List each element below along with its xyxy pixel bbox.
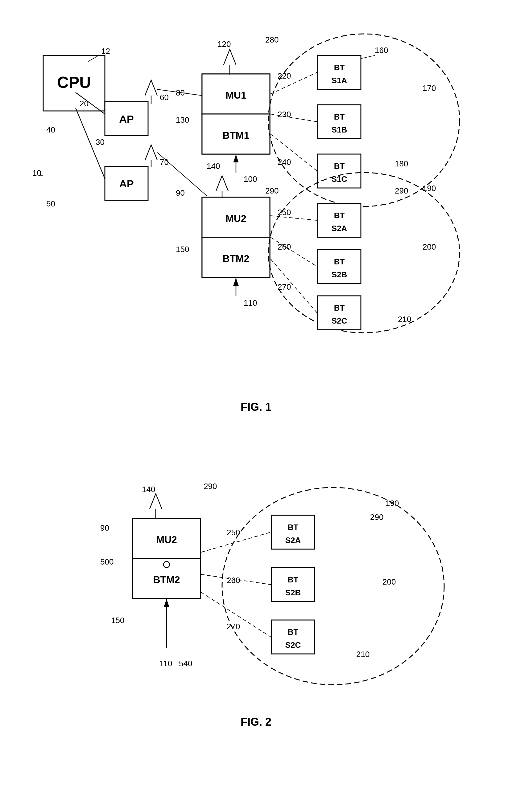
svg-text:140: 140 bbox=[142, 485, 155, 494]
svg-line-74 bbox=[361, 55, 375, 59]
svg-rect-40 bbox=[318, 203, 361, 237]
svg-rect-87 bbox=[133, 518, 200, 599]
svg-text:40: 40 bbox=[46, 125, 55, 134]
svg-text:180: 180 bbox=[395, 159, 408, 168]
svg-text:AP: AP bbox=[119, 178, 134, 190]
fig2-diagram: MU2 BTM2 BT S2A BT S2B BT S2C bbox=[25, 432, 487, 709]
svg-text:S2B: S2B bbox=[331, 270, 347, 279]
svg-text:260: 260 bbox=[227, 576, 240, 585]
svg-line-53 bbox=[88, 55, 99, 62]
svg-text:S2B: S2B bbox=[285, 588, 301, 597]
svg-line-25 bbox=[157, 152, 207, 196]
svg-line-106 bbox=[201, 574, 271, 585]
svg-text:290: 290 bbox=[395, 186, 408, 195]
svg-line-105 bbox=[201, 532, 271, 552]
svg-text:S2C: S2C bbox=[331, 316, 347, 325]
page: CPU AP AP MU1 bbox=[0, 0, 512, 812]
svg-rect-0 bbox=[43, 55, 105, 111]
svg-text:BT: BT bbox=[288, 523, 299, 532]
svg-text:230: 230 bbox=[277, 110, 291, 119]
svg-rect-4 bbox=[105, 166, 148, 200]
svg-text:280: 280 bbox=[265, 35, 278, 45]
svg-line-37 bbox=[270, 114, 317, 122]
svg-text:BT: BT bbox=[288, 628, 299, 637]
svg-text:S2C: S2C bbox=[285, 640, 301, 649]
svg-line-36 bbox=[270, 72, 317, 94]
fig1-caption: FIG. 1 bbox=[241, 401, 271, 413]
svg-rect-19 bbox=[202, 197, 270, 237]
svg-rect-88 bbox=[133, 518, 200, 558]
svg-text:BT: BT bbox=[334, 112, 345, 121]
svg-text:270: 270 bbox=[277, 282, 291, 292]
svg-text:BT: BT bbox=[334, 211, 345, 220]
svg-point-26 bbox=[268, 34, 460, 206]
svg-text:220: 220 bbox=[277, 71, 291, 81]
svg-text:MU2: MU2 bbox=[156, 534, 177, 545]
svg-rect-21 bbox=[202, 237, 270, 277]
svg-text:BTM1: BTM1 bbox=[222, 130, 249, 141]
svg-line-7 bbox=[76, 108, 105, 179]
svg-text:150: 150 bbox=[176, 245, 189, 254]
svg-rect-46 bbox=[318, 296, 361, 330]
svg-text:270: 270 bbox=[227, 622, 240, 631]
svg-text:80: 80 bbox=[176, 88, 185, 97]
svg-text:BTM2: BTM2 bbox=[153, 574, 180, 585]
svg-text:200: 200 bbox=[382, 577, 396, 586]
svg-rect-96 bbox=[271, 515, 315, 549]
svg-rect-30 bbox=[318, 105, 361, 139]
svg-text:210: 210 bbox=[356, 649, 370, 659]
svg-line-38 bbox=[270, 134, 317, 171]
svg-text:BT: BT bbox=[334, 303, 345, 313]
svg-text:100: 100 bbox=[244, 174, 257, 184]
svg-text:140: 140 bbox=[207, 162, 220, 171]
svg-point-39 bbox=[268, 173, 460, 333]
svg-text:BT: BT bbox=[288, 575, 299, 584]
svg-text:10: 10 bbox=[32, 168, 41, 177]
svg-text:120: 120 bbox=[217, 39, 231, 49]
svg-text:BT: BT bbox=[334, 162, 345, 171]
fig2-caption: FIG. 2 bbox=[241, 716, 271, 728]
svg-line-51 bbox=[270, 259, 317, 313]
svg-point-95 bbox=[222, 488, 444, 685]
svg-text:260: 260 bbox=[277, 242, 291, 252]
fig1-diagram: CPU AP AP MU1 bbox=[25, 25, 487, 395]
svg-rect-43 bbox=[318, 250, 361, 284]
svg-text:AP: AP bbox=[119, 113, 134, 125]
svg-text:200: 200 bbox=[423, 242, 436, 252]
svg-text:250: 250 bbox=[277, 208, 291, 217]
svg-text:BTM2: BTM2 bbox=[222, 253, 249, 264]
svg-text:S1B: S1B bbox=[331, 125, 347, 134]
svg-rect-2 bbox=[105, 102, 148, 136]
svg-text:20: 20 bbox=[80, 99, 88, 108]
svg-text:110: 110 bbox=[159, 659, 172, 668]
svg-text:190: 190 bbox=[385, 499, 399, 508]
svg-line-6 bbox=[76, 92, 105, 114]
svg-rect-12 bbox=[202, 74, 270, 114]
svg-text:90: 90 bbox=[100, 523, 109, 532]
svg-text:CPU: CPU bbox=[57, 73, 91, 91]
svg-text:250: 250 bbox=[227, 528, 240, 537]
svg-text:30: 30 bbox=[96, 138, 105, 147]
svg-text:190: 190 bbox=[423, 184, 436, 193]
svg-text:290: 290 bbox=[265, 186, 278, 195]
svg-text:S1C: S1C bbox=[331, 174, 347, 184]
svg-point-93 bbox=[163, 561, 170, 568]
svg-line-49 bbox=[270, 216, 317, 220]
svg-text:130: 130 bbox=[176, 115, 189, 124]
svg-text:S2A: S2A bbox=[331, 224, 347, 233]
svg-text:60: 60 bbox=[160, 93, 169, 102]
svg-text:MU1: MU1 bbox=[225, 90, 246, 101]
svg-text:S2A: S2A bbox=[285, 535, 301, 545]
svg-text:290: 290 bbox=[370, 513, 383, 522]
svg-text:290: 290 bbox=[204, 482, 217, 491]
svg-text:500: 500 bbox=[100, 557, 113, 567]
svg-text:170: 170 bbox=[423, 84, 436, 93]
svg-text:160: 160 bbox=[375, 46, 388, 55]
svg-rect-90 bbox=[133, 558, 200, 599]
svg-rect-14 bbox=[202, 114, 270, 154]
svg-line-10 bbox=[157, 89, 202, 95]
svg-text:MU2: MU2 bbox=[225, 213, 246, 224]
svg-rect-33 bbox=[318, 154, 361, 188]
svg-text:BT: BT bbox=[334, 257, 345, 266]
svg-rect-11 bbox=[202, 74, 270, 154]
